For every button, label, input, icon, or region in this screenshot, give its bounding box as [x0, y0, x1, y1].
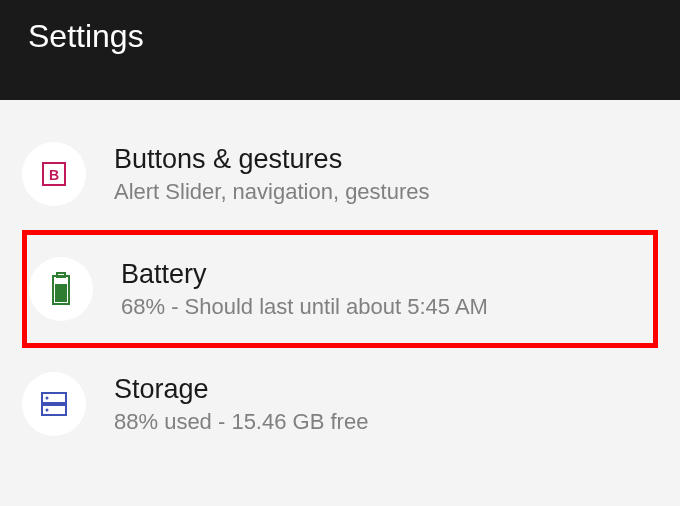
- settings-item-storage[interactable]: Storage 88% used - 15.46 GB free: [0, 358, 680, 450]
- settings-list: B Buttons & gestures Alert Slider, navig…: [0, 100, 680, 450]
- item-title: Buttons & gestures: [114, 144, 658, 175]
- svg-point-7: [46, 397, 49, 400]
- page-title: Settings: [28, 18, 144, 55]
- header: Settings: [0, 0, 680, 100]
- item-subtitle: 88% used - 15.46 GB free: [114, 409, 658, 435]
- svg-rect-4: [55, 284, 67, 302]
- item-subtitle: Alert Slider, navigation, gestures: [114, 179, 658, 205]
- item-text: Storage 88% used - 15.46 GB free: [114, 374, 658, 435]
- item-title: Storage: [114, 374, 658, 405]
- storage-icon: [22, 372, 86, 436]
- svg-text:B: B: [49, 167, 59, 183]
- settings-item-buttons[interactable]: B Buttons & gestures Alert Slider, navig…: [0, 128, 680, 220]
- buttons-icon: B: [22, 142, 86, 206]
- item-text: Battery 68% - Should last until about 5:…: [121, 259, 633, 320]
- item-subtitle: 68% - Should last until about 5:45 AM: [121, 294, 633, 320]
- battery-icon: [29, 257, 93, 321]
- item-title: Battery: [121, 259, 633, 290]
- settings-item-battery[interactable]: Battery 68% - Should last until about 5:…: [22, 230, 658, 348]
- svg-point-8: [46, 409, 49, 412]
- item-text: Buttons & gestures Alert Slider, navigat…: [114, 144, 658, 205]
